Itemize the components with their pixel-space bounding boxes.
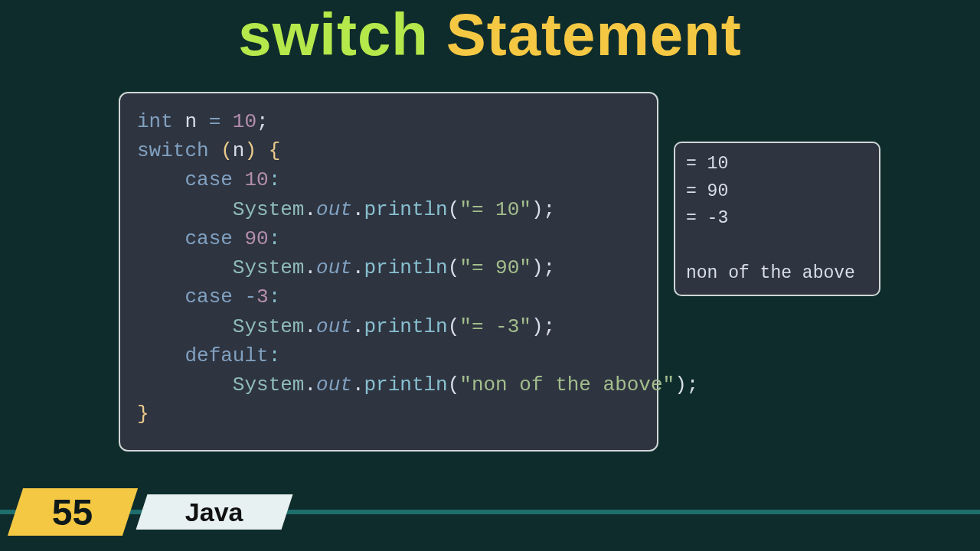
lesson-number: 55 (52, 491, 93, 533)
out: out (316, 315, 352, 338)
language-badge: Java (136, 494, 293, 530)
op-eq: = (209, 110, 221, 133)
semi: ; (256, 110, 269, 133)
meth: println (364, 256, 447, 279)
num-10: 10 (233, 110, 256, 133)
id-n2: n (233, 139, 245, 162)
lparen: ( (220, 139, 233, 162)
colon: : (269, 227, 281, 250)
language-label: Java (185, 497, 243, 527)
out-line: non of the above (686, 263, 855, 283)
rparen: ) (244, 139, 256, 162)
str: "non of the above" (459, 373, 675, 396)
id-n: n (185, 110, 197, 133)
kw-case: case (185, 168, 232, 191)
out-line: = 10 (686, 154, 728, 174)
case-val: 90 (244, 227, 268, 250)
out: out (316, 198, 352, 221)
footer-bar: 55 Java (0, 488, 980, 536)
sys: System (233, 373, 305, 396)
code-panel: int n = 10; switch (n) { case 10: System… (119, 92, 658, 452)
meth: println (364, 315, 447, 338)
str: "= 90" (459, 256, 531, 279)
kw-case: case (185, 227, 232, 250)
out: out (316, 256, 352, 279)
lesson-number-badge: 55 (8, 488, 138, 536)
lbrace: { (269, 139, 281, 162)
str: "= -3" (459, 315, 531, 338)
kw-int: int (137, 110, 173, 133)
kw-default: default (185, 344, 268, 367)
str: "= 10" (459, 198, 531, 221)
colon: : (269, 285, 281, 308)
out-line: = -3 (686, 208, 728, 228)
kw-case: case (185, 285, 232, 308)
meth: println (364, 373, 447, 396)
sys: System (233, 256, 305, 279)
title-rest: Statement (429, 1, 742, 68)
rbrace: } (137, 403, 149, 425)
title-keyword: switch (238, 1, 429, 68)
sys: System (233, 198, 305, 221)
colon: : (269, 344, 281, 367)
sys: System (233, 315, 305, 338)
case-val: 10 (244, 168, 268, 191)
out: out (316, 373, 352, 396)
out-line: = 90 (686, 181, 728, 201)
output-panel: = 10 = 90 = -3 non of the above (674, 142, 880, 296)
colon: : (269, 168, 281, 191)
kw-switch: switch (137, 139, 209, 162)
meth: println (364, 198, 447, 221)
slide-title: switch Statement (0, 0, 980, 70)
